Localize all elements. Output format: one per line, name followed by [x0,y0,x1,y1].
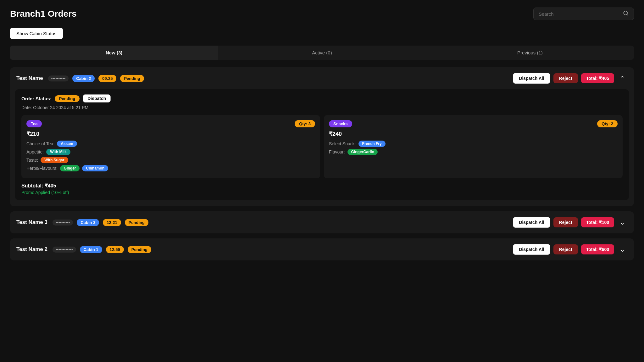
item-header-tea: Tea Qty: 3 [26,120,315,127]
order-time-1: 09:25 [98,75,116,82]
total-button-2[interactable]: Total: ₹100 [581,217,614,227]
taste-label: Taste: [26,158,38,163]
search-container [533,8,634,20]
item-qty-tea: Qty: 3 [295,120,315,127]
item-price-tea: ₹210 [26,131,315,137]
item-detail-snack: Select Snack: French Fry [329,141,618,147]
order-cabin-3: Cabin 1 [80,246,102,253]
order-header-2: Test Name 3 •••••••••• Cabin 3 12:21 Pen… [10,211,634,233]
item-header-snacks: Snacks Qty: 2 [329,120,618,127]
collapse-button-1[interactable]: ⌃ [617,73,628,83]
choice-label: Choice of Tea: [26,141,54,146]
subtotal: Subtotal: ₹405 [21,183,623,189]
order-actions-2: Dispatch All Reject Total: ₹100 ⌄ [513,217,628,228]
order-header-1: Test Name •••••••••• Cabin 2 09:25 Pendi… [10,67,634,89]
order-card-2: Test Name 3 •••••••••• Cabin 3 12:21 Pen… [10,211,634,233]
item-detail-flavour: Flavour: GingerGarlic [329,149,618,155]
appetite-label: Appetite: [26,149,44,154]
order-name-2: Test Name 3 [16,219,47,226]
item-detail-appetite: Appetite: With Milk [26,149,315,155]
item-card-tea: Tea Qty: 3 ₹210 Choice of Tea: Assam App… [21,115,320,178]
expand-button-2[interactable]: ⌄ [617,217,628,227]
expand-button-3[interactable]: ⌄ [617,244,628,254]
order-name-1: Test Name [16,75,43,81]
item-detail-taste: Taste: With Sugar [26,157,315,163]
order-card-3: Test Name 2 •••••••••••• Cabin 1 12:59 P… [10,238,634,260]
order-phone-2: •••••••••• [53,220,73,226]
item-category-tea: Tea [26,120,42,127]
taste-value: With Sugar [41,157,68,163]
herb-cinnamon: Cinnamon [82,165,108,171]
order-time-3: 12:59 [106,246,124,253]
order-status-badge-2: Pending [125,219,148,226]
status-pending-badge: Pending [55,95,80,102]
order-status-text: Order Status: [21,96,52,101]
tab-new[interactable]: New (3) [10,46,218,60]
dispatch-all-button-3[interactable]: Dispatch All [513,244,550,255]
herb-ginger: Ginger [60,165,80,171]
flavour-value: GingerGarlic [347,149,378,155]
search-input[interactable] [539,11,620,17]
tab-previous[interactable]: Previous (1) [426,46,634,60]
choice-value: Assam [57,141,77,147]
page-title: Branch1 Orders [10,9,77,19]
order-phone-1: •••••••••• [48,75,69,81]
flavour-label: Flavour: [329,149,345,154]
dispatch-status-button[interactable]: Dispatch [83,94,111,103]
reject-button-1[interactable]: Reject [553,73,578,83]
order-header-3: Test Name 2 •••••••••••• Cabin 1 12:59 P… [10,238,634,260]
snack-value: French Fry [358,141,386,147]
order-name-3: Test Name 2 [16,246,47,253]
dispatch-all-button-2[interactable]: Dispatch All [513,217,550,228]
order-actions-1: Dispatch All Reject Total: ₹405 ⌃ [513,73,628,84]
item-price-snacks: ₹240 [329,131,618,137]
order-status-badge-1: Pending [120,75,144,82]
search-icon [623,10,629,17]
promo-text: Promo Applied (10% off) [21,190,623,195]
reject-button-3[interactable]: Reject [553,244,578,254]
snack-label: Select Snack: [329,141,356,146]
item-qty-snacks: Qty: 2 [597,120,618,127]
order-time-2: 12:21 [103,219,121,226]
tabs-container: New (3) Active (0) Previous (1) [10,46,634,60]
items-grid: Tea Qty: 3 ₹210 Choice of Tea: Assam App… [21,115,623,178]
order-card-1: Test Name •••••••••• Cabin 2 09:25 Pendi… [10,67,634,206]
appetite-value: With Milk [46,149,70,155]
show-cabin-status-button[interactable]: Show Cabin Status [10,28,63,39]
header: Branch1 Orders [10,8,634,20]
order-date: Date: October 24 2024 at 5:21 PM [21,105,623,110]
order-phone-3: •••••••••••• [53,247,76,253]
svg-line-1 [627,14,628,15]
item-card-snacks: Snacks Qty: 2 ₹240 Select Snack: French … [324,115,623,178]
order-status-badge-3: Pending [128,246,151,253]
order-status-row-1: Order Status: Pending Dispatch Date: Oct… [15,89,629,200]
herbs-label: Herbs/Flavours: [26,166,58,171]
dispatch-all-button-1[interactable]: Dispatch All [513,73,550,84]
reject-button-2[interactable]: Reject [553,217,578,227]
total-button-3[interactable]: Total: ₹600 [581,244,614,254]
order-body-1: Order Status: Pending Dispatch Date: Oct… [10,89,634,206]
order-actions-3: Dispatch All Reject Total: ₹600 ⌄ [513,244,628,255]
tab-active[interactable]: Active (0) [218,46,426,60]
item-detail-choice: Choice of Tea: Assam [26,141,315,147]
order-cabin-2: Cabin 3 [77,219,99,226]
order-cabin-1: Cabin 2 [72,75,95,82]
item-category-snacks: Snacks [329,120,352,127]
status-label-row: Order Status: Pending Dispatch [21,94,623,103]
item-detail-herbs: Herbs/Flavours: Ginger Cinnamon [26,165,315,171]
total-button-1[interactable]: Total: ₹405 [581,73,614,83]
